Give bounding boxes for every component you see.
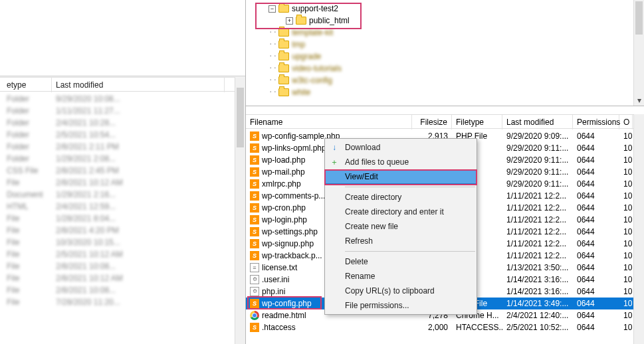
local-columns-header: etype Last modified xyxy=(0,77,243,92)
file-name: wp-comments-p... xyxy=(262,190,325,202)
col-last-modified[interactable]: Last modified xyxy=(52,78,225,92)
col-permissions[interactable]: Permissions xyxy=(573,115,619,129)
local-file-row[interactable]: File2/8/2021 10:12 AM xyxy=(0,177,243,189)
remote-tree[interactable]: −support-test2+public_html··template-kit… xyxy=(246,0,644,106)
local-file-row[interactable]: Folder1/29/2021 2:08... xyxy=(0,153,243,165)
menu-item-label: Create directory and enter it xyxy=(345,207,444,216)
tree-toggle-icon[interactable]: − xyxy=(268,5,276,13)
local-file-row[interactable]: Folder2/8/2021 2:11 PM xyxy=(0,141,243,153)
folder-icon xyxy=(278,88,289,96)
menu-item-view-edit[interactable]: View/Edit xyxy=(325,169,477,184)
remote-list-scrollbar[interactable] xyxy=(633,114,644,344)
menu-item-add-files-to-queue[interactable]: ＋Add files to queue xyxy=(325,155,477,169)
folder-icon xyxy=(278,76,289,84)
file-name: license.txt xyxy=(262,262,297,274)
col-owner[interactable]: O xyxy=(619,115,633,129)
local-file-row[interactable]: Folder1/11/2021 11:27... xyxy=(0,105,243,117)
menu-item-rename[interactable]: Rename xyxy=(325,269,477,284)
chrome-file-icon xyxy=(250,311,259,320)
tree-scrollbar[interactable]: ▾ xyxy=(633,0,644,106)
local-file-row[interactable]: File1/28/2021 8:04... xyxy=(0,213,243,224)
txt-file-icon xyxy=(250,263,259,272)
menu-item-create-new-file[interactable]: Create new file xyxy=(325,219,477,234)
sublime-file-icon: S xyxy=(250,131,259,141)
local-file-row[interactable]: Folder2/5/2021 10:54... xyxy=(0,129,243,141)
local-file-row[interactable]: File2/8/2021 4:20 PM xyxy=(0,224,243,236)
menu-item-download[interactable]: ↓Download xyxy=(325,140,477,155)
local-file-row[interactable]: File2/8/2021 10:12 AM xyxy=(0,272,243,284)
folder-icon xyxy=(296,17,306,25)
sublime-file-icon: S xyxy=(250,203,259,213)
tree-item-label: white xyxy=(292,86,310,98)
remote-file-list-pane: Filename Filesize Filetype Last modified… xyxy=(246,106,644,344)
file-name: wp-load.php xyxy=(262,154,305,166)
tree-item[interactable]: ··w3tc-config xyxy=(249,74,631,86)
menu-item-file-permissions[interactable]: File permissions... xyxy=(325,298,477,313)
tree-item[interactable]: ··template-kit xyxy=(249,27,631,39)
folder-icon xyxy=(278,64,289,72)
ini-file-icon xyxy=(250,275,259,284)
ini-file-icon xyxy=(250,287,259,296)
remote-pane: −support-test2+public_html··template-kit… xyxy=(246,0,644,344)
tree-item[interactable]: ··upgrade xyxy=(249,50,631,62)
col-filename[interactable]: Filename xyxy=(246,115,412,129)
tree-item[interactable]: +public_html xyxy=(249,15,631,27)
remote-columns-header: Filename Filesize Filetype Last modified… xyxy=(246,114,633,129)
menu-item-label: Create new file xyxy=(345,222,398,231)
menu-item-copy-url-s-to-clipboard[interactable]: Copy URL(s) to clipboard xyxy=(325,284,477,298)
tree-item-label: video-tutorials xyxy=(292,62,342,74)
menu-item-refresh[interactable]: Refresh xyxy=(325,234,477,248)
local-file-row[interactable]: Folder9/29/2020 10:08... xyxy=(0,93,243,105)
local-file-row[interactable]: CSS File2/8/2021 2:45 PM xyxy=(0,165,243,177)
tree-item[interactable]: ··video-tutorials xyxy=(249,62,631,74)
local-file-row[interactable]: Folder2/4/2021 10:28... xyxy=(0,117,243,129)
tree-item[interactable]: ··white xyxy=(249,86,631,98)
file-name: wp-trackback.p... xyxy=(262,250,322,262)
file-name: xmlrpc.php xyxy=(262,178,301,190)
sublime-file-icon: S xyxy=(250,215,259,224)
scroll-thumb[interactable] xyxy=(237,88,244,147)
local-file-row[interactable]: File7/28/2020 11:20... xyxy=(0,296,243,308)
sublime-file-icon: S xyxy=(250,323,259,332)
sublime-file-icon: S xyxy=(250,191,259,201)
local-scrollbar[interactable] xyxy=(235,77,245,344)
menu-separator xyxy=(345,251,475,252)
menu-item-create-directory[interactable]: Create directory xyxy=(325,190,477,205)
menu-item-delete[interactable]: Delete xyxy=(325,254,477,269)
menu-item-create-directory-and-enter-it[interactable]: Create directory and enter it xyxy=(325,205,477,219)
tree-item-label: upgrade xyxy=(292,50,321,62)
remote-file-row[interactable]: S.htaccess2,000HTACCESS...2/5/2021 10:52… xyxy=(246,321,633,333)
menu-separator xyxy=(345,187,475,187)
folder-icon xyxy=(278,29,289,37)
col-filesize[interactable]: Filesize xyxy=(412,115,452,129)
download-icon: ↓ xyxy=(329,142,340,153)
sublime-file-icon: S xyxy=(250,239,259,248)
tree-item[interactable]: −support-test2 xyxy=(249,3,631,15)
menu-item-label: Create directory xyxy=(345,193,401,202)
col-filetype[interactable]: Filetype xyxy=(452,115,502,129)
file-name: wp-config.php xyxy=(262,298,312,309)
folder-icon xyxy=(278,5,289,13)
file-name: wp-links-opml.php xyxy=(262,142,326,154)
local-file-row[interactable]: File2/5/2021 10:12 AM xyxy=(0,248,243,260)
tree-item-label: template-kit xyxy=(292,27,333,39)
sublime-file-icon: S xyxy=(250,155,259,165)
sublime-file-icon: S xyxy=(250,299,259,308)
menu-item-label: File permissions... xyxy=(345,301,409,310)
tree-item[interactable]: ··tmp xyxy=(249,39,631,50)
local-file-list[interactable]: Folder9/29/2020 10:08...Folder1/11/2021 … xyxy=(0,93,243,344)
menu-item-label: Download xyxy=(345,143,380,152)
menu-item-label: Copy URL(s) to clipboard xyxy=(345,286,435,296)
scroll-thumb[interactable] xyxy=(635,1,643,35)
menu-item-label: Rename xyxy=(345,272,375,281)
scroll-down-button[interactable]: ▾ xyxy=(634,95,644,106)
local-file-row[interactable]: File2/8/2021 10:08... xyxy=(0,284,243,296)
local-file-row[interactable]: HTML2/4/2021 12:59... xyxy=(0,201,243,213)
local-file-row[interactable]: Document1/29/2021 2:16... xyxy=(0,189,243,201)
tree-toggle-icon[interactable]: + xyxy=(286,17,293,25)
file-name: readme.html xyxy=(262,309,306,321)
local-file-row[interactable]: File2/8/2021 10:08... xyxy=(0,260,243,272)
col-filetype[interactable]: etype xyxy=(3,78,52,92)
local-file-row[interactable]: File10/3/2020 10:15... xyxy=(0,236,243,248)
col-last-modified[interactable]: Last modified xyxy=(502,115,573,129)
